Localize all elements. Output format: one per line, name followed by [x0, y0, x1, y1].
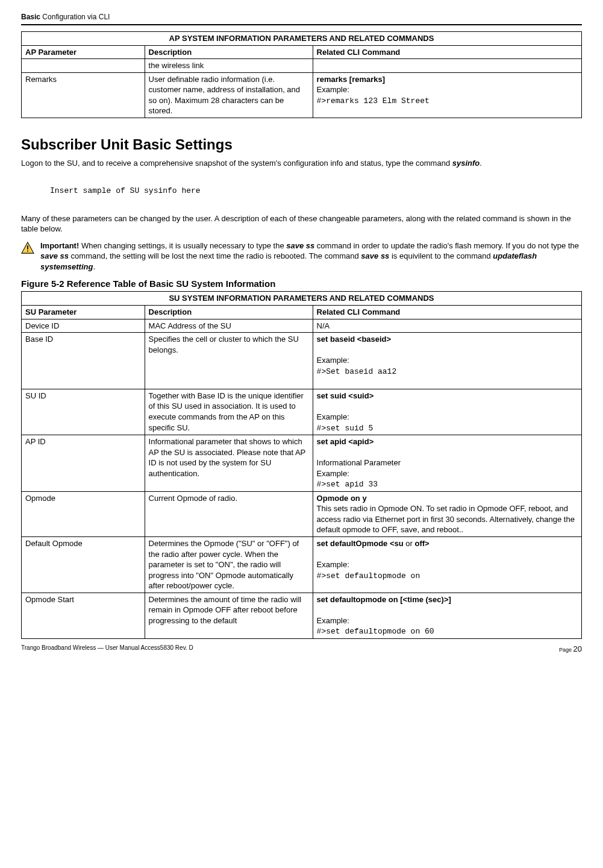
important-c: command, the setting will be lost the ne…	[69, 251, 361, 260]
ap-cmd-cell: remarks [remarks] Example: #>remarks 123…	[313, 72, 581, 118]
cmd-syntax: set defaultopmode on [<time (sec)>]	[317, 595, 451, 604]
example-cmd: #>set suid 5	[317, 424, 373, 433]
example-cmd: #>remarks 123 Elm Street	[317, 96, 430, 105]
header-bold: Basic	[21, 13, 40, 21]
cmd-syntax: Opmode on y	[317, 494, 367, 503]
sysinfo-sample-placeholder: Insert sample of SU sysinfo here	[50, 186, 582, 197]
warning-icon	[21, 242, 34, 254]
header-divider	[21, 24, 582, 25]
ap-col-command: Related CLI Command	[313, 45, 581, 59]
svg-rect-1	[27, 245, 28, 249]
important-text: Important! When changing settings, it is…	[40, 241, 582, 272]
table-row: the wireless link	[22, 59, 582, 73]
important-cmd3: save ss	[361, 251, 389, 260]
important-cmd2: save ss	[40, 251, 69, 260]
ap-col-description: Description	[145, 45, 313, 59]
su-cmd-cell: set defaultOpmode <su or off> Example: #…	[313, 536, 581, 593]
su-parameters-table: SU SYSTEM INFORMATION PARAMETERS AND REL…	[21, 291, 582, 638]
important-note: Important! When changing settings, it is…	[21, 241, 582, 272]
su-desc-cell: MAC Address of the SU	[145, 319, 313, 333]
table-row: Opmode Start Determines the amount of ti…	[22, 593, 582, 638]
cmd-syntax-post: off>	[413, 539, 430, 548]
important-d: is equivilent to the command	[389, 251, 493, 260]
cmd-syntax: remarks [remarks]	[317, 75, 385, 84]
page-label: Page	[559, 647, 573, 653]
ap-param-cell	[22, 59, 145, 73]
page-number: 20	[573, 644, 582, 653]
info-parameter-note: Informational Parameter	[317, 458, 401, 467]
example-label: Example:	[317, 469, 349, 478]
su-param-cell: SU ID	[22, 389, 145, 435]
figure-caption: Figure 5-2 Reference Table of Basic SU S…	[21, 278, 582, 290]
cmd-syntax: set apid <apid>	[317, 437, 374, 446]
su-param-cell: Default Opmode	[22, 536, 145, 593]
su-cmd-cell: N/A	[313, 319, 581, 333]
ap-param-cell: Remarks	[22, 72, 145, 118]
ap-parameters-table: AP SYSTEM INFORMATION PARAMETERS AND REL…	[21, 31, 582, 118]
header-rest: Configuration via CLI	[40, 13, 110, 21]
su-col-param: SU Parameter	[22, 306, 145, 319]
important-cmd1: save ss	[286, 241, 314, 250]
table-row: SU ID Together with Base ID is the uniqu…	[22, 389, 582, 435]
ap-col-param: AP Parameter	[22, 45, 145, 59]
table-row: Default Opmode Determines the Opmode ("S…	[22, 536, 582, 593]
su-param-cell: Opmode Start	[22, 593, 145, 638]
example-cmd: #>set apid 33	[317, 480, 378, 489]
su-param-cell: Device ID	[22, 319, 145, 333]
section-intro: Logon to the SU, and to receive a compre…	[21, 158, 582, 169]
cmd-syntax: set baseid <baseid>	[317, 335, 392, 344]
page-header: Basic Configuration via CLI	[21, 12, 582, 22]
example-cmd: #>set defaultopmode on 60	[317, 627, 434, 636]
su-col-description: Description	[145, 306, 313, 319]
example-label: Example:	[317, 85, 349, 94]
su-cmd-cell: set suid <suid> Example: #>set suid 5	[313, 389, 581, 435]
example-cmd: #>set defaultopmode on	[317, 571, 420, 580]
su-col-command: Related CLI Command	[313, 306, 581, 319]
intro-cmd: sysinfo	[452, 159, 480, 168]
ap-table-title: AP SYSTEM INFORMATION PARAMETERS AND REL…	[22, 32, 582, 46]
example-label: Example:	[317, 560, 349, 569]
intro-suffix: .	[480, 159, 482, 168]
important-a: When changing settings, it is usually ne…	[79, 241, 286, 250]
su-desc-cell: Together with Base ID is the unique iden…	[145, 389, 313, 435]
example-label: Example:	[317, 356, 349, 365]
cmd-syntax: set suid <suid>	[317, 391, 374, 400]
ap-desc-cell: the wireless link	[145, 59, 313, 73]
su-table-title: SU SYSTEM INFORMATION PARAMETERS AND REL…	[22, 292, 582, 306]
su-cmd-cell: set defaultopmode on [<time (sec)>] Exam…	[313, 593, 581, 638]
table-row: Base ID Specifies the cell or cluster to…	[22, 333, 582, 389]
section-heading: Subscriber Unit Basic Settings	[21, 135, 582, 154]
important-b: command in order to update the radio's f…	[314, 241, 579, 250]
table-row: Device ID MAC Address of the SU N/A	[22, 319, 582, 333]
su-cmd-cell: set baseid <baseid> Example: #>Set basei…	[313, 333, 581, 389]
parameters-intro-paragraph: Many of these parameters can be changed …	[21, 213, 582, 234]
example-label: Example:	[317, 412, 349, 421]
page-footer: Trango Broadband Wireless — User Manual …	[21, 644, 582, 655]
table-row: AP ID Informational parameter that shows…	[22, 435, 582, 492]
su-desc-cell: Determines the amount of time the radio …	[145, 593, 313, 638]
su-param-cell: Opmode	[22, 491, 145, 536]
cmd-syntax-pre: set defaultOpmode <su	[317, 539, 406, 548]
opmode-explanation: This sets radio in Opmode ON. To set rad…	[317, 504, 575, 534]
ap-desc-cell: User definable radio information (i.e. c…	[145, 72, 313, 118]
table-row: Remarks User definable radio information…	[22, 72, 582, 118]
su-desc-cell: Current Opmode of radio.	[145, 491, 313, 536]
cmd-or: or	[405, 539, 413, 548]
footer-left: Trango Broadband Wireless — User Manual …	[21, 644, 193, 655]
su-desc-cell: Informational parameter that shows to wh…	[145, 435, 313, 492]
important-label: Important!	[40, 241, 79, 250]
intro-text: Logon to the SU, and to receive a compre…	[21, 159, 452, 168]
ap-cmd-cell	[313, 59, 581, 73]
su-desc-cell: Determines the Opmode ("SU" or "OFF") of…	[145, 536, 313, 593]
table-row: Opmode Current Opmode of radio. Opmode o…	[22, 491, 582, 536]
su-cmd-cell: set apid <apid> Informational Parameter …	[313, 435, 581, 492]
svg-rect-2	[27, 250, 28, 251]
su-desc-cell: Specifies the cell or cluster to which t…	[145, 333, 313, 389]
su-param-cell: AP ID	[22, 435, 145, 492]
example-cmd: #>Set baseid aa12	[317, 367, 397, 376]
su-cmd-cell: Opmode on y This sets radio in Opmode ON…	[313, 491, 581, 536]
important-e: .	[93, 262, 95, 271]
footer-right: Page 20	[559, 644, 582, 655]
example-label: Example:	[317, 616, 349, 625]
su-param-cell: Base ID	[22, 333, 145, 389]
